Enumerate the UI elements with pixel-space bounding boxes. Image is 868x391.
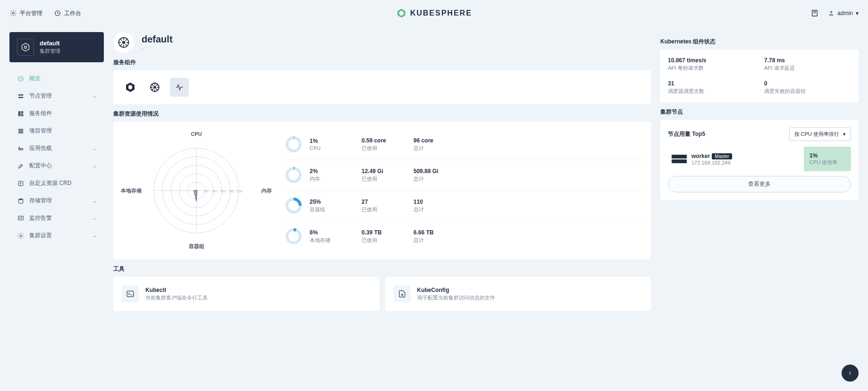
donut-icon [285,197,302,214]
k8s-status-card: 10.867 times/sAPI 每秒请求数7.78 msAPI 请求延迟31… [660,50,859,102]
user-menu[interactable]: admin ▾ [828,10,859,17]
k8s-stat-2: 31调度器调度次数 [668,80,755,95]
chevron-down-icon: ⌄ [93,163,96,168]
platform-manage-link[interactable]: 平台管理 [9,9,42,17]
radar-axis-memory: 内存 [261,187,272,194]
k8s-val: 0 [764,80,851,87]
kubernetes-component-icon[interactable] [145,78,164,97]
monitoring-component-icon[interactable] [170,78,189,97]
metric-used-lbl: 已使用 [362,237,413,244]
k8s-val: 31 [668,80,755,87]
sidebar-item-0[interactable]: 概览 [9,70,104,87]
k8s-lbl: API 每秒请求数 [668,65,755,72]
tool-title: KubeConfig [417,287,495,293]
svg-text:40: 40 [212,189,217,193]
sidebar-item-9[interactable]: 集群设置⌄ [9,227,104,244]
components-card [113,70,651,104]
metric-total-lbl: 总计 [413,206,640,213]
donut-icon [285,136,302,153]
svg-point-0 [12,12,14,14]
svg-rect-10 [21,114,24,116]
sidebar-item-4[interactable]: 应用负载⌄ [9,140,104,157]
svg-point-19 [123,42,125,44]
radar-chart: CPU 内存 容器组 本地存储 20 40 60 80 100 [121,129,272,252]
project-icon [17,127,25,135]
svg-point-35 [287,138,300,151]
kubesphere-component-icon[interactable] [121,78,140,97]
platform-manage-label: 平台管理 [20,9,42,17]
chevron-down-icon: ▾ [843,131,846,137]
k8s-stat-3: 0调度失败的容器组 [764,80,851,95]
svg-text:60: 60 [221,189,225,193]
workbench-link[interactable]: 工作台 [54,9,81,17]
section-usage-title: 集群资源使用情况 [113,110,651,118]
chevron-down-icon: ⌄ [93,216,96,221]
sidebar-item-6[interactable]: 自定义资源 CRD [9,175,104,192]
sidebar-item-label: 存储管理 [29,197,52,205]
k8s-lbl: 调度失败的容器组 [764,88,851,95]
svg-text:20: 20 [204,189,208,193]
metric-total: 6.66 TB [413,229,640,236]
node-row-0[interactable]: workerMaster172.169.102.2491%CPU 使用率 [668,147,851,171]
chevron-down-icon: ⌄ [93,198,96,203]
chevron-down-icon: ⌄ [93,233,96,238]
brand: KUBESPHERE [396,8,472,18]
sidebar-item-label: 服务组件 [29,109,52,117]
section-components-title: 服务组件 [113,58,651,67]
sidebar-item-5[interactable]: 配置中心⌄ [9,157,104,175]
node-name: worker [691,153,710,159]
tool-card-kubeconfig[interactable]: KubeConfig用于配置当前集群访问信息的文件 [385,277,651,311]
sidebar-header-text: default 集群管理 [40,40,60,55]
metric-pct: 1% [310,138,362,144]
section-tools-title: 工具 [113,265,651,273]
node-list: workerMaster172.169.102.2491%CPU 使用率 [668,147,851,171]
svg-text:80: 80 [229,189,234,193]
view-more-button[interactable]: 查看更多 [668,176,851,192]
usage-card: CPU 内存 容器组 本地存储 20 40 60 80 100 [113,122,651,259]
components-icon [17,110,25,117]
node-icon [17,92,25,100]
metric-total-lbl: 总计 [413,145,640,152]
svg-rect-43 [127,291,134,297]
tool-card-kubectl[interactable]: Kubectl当前集群客户端命令行工具 [113,277,379,311]
sidebar-item-label: 配置中心 [29,162,52,170]
sidebar-item-label: 应用负载 [29,144,52,152]
sidebar-item-1[interactable]: 节点管理⌄ [9,87,104,105]
left-column: default - 服务组件 集群资源使用情况 CPU 内存 容器组 本地存储 [113,32,651,311]
header-left: 平台管理 工作台 [9,9,81,17]
master-badge: Master [712,153,732,159]
sidebar-item-7[interactable]: 存储管理⌄ [9,192,104,209]
metric-total: 509.88 Gi [413,168,640,175]
sidebar-item-label: 节点管理 [29,92,52,100]
metric-used: 0.59 core [362,137,413,144]
gear-icon [9,9,17,17]
sidebar-header[interactable]: default 集群管理 [9,32,104,62]
nodes-sort-dropdown[interactable]: 按 CPU 使用率排行 ▾ [789,127,851,141]
svg-point-4 [25,46,27,49]
sidebar-item-8[interactable]: 监控告警⌄ [9,209,104,227]
page-title-block: default - [113,32,651,53]
docs-icon[interactable] [811,9,818,17]
node-ip: 172.169.102.249 [691,160,732,166]
node-pct: 1% [809,152,845,159]
cluster-icon [17,39,34,56]
k8s-stat-1: 7.78 msAPI 请求延迟 [764,57,851,72]
svg-rect-9 [21,111,24,113]
sidebar-item-2[interactable]: 服务组件 [9,105,104,122]
page-title: default [142,34,173,45]
tool-desc: 用于配置当前集群访问信息的文件 [417,294,495,301]
metric-row-CPU: 1%CPU0.59 core已使用96 core总计 [281,129,643,160]
page-title-text-wrap: default - [142,34,173,51]
overview-icon [17,75,25,83]
metric-used-lbl: 已使用 [362,206,413,213]
metric-total: 96 core [413,137,640,144]
sidebar-item-label: 监控告警 [29,214,52,222]
chevron-down-icon: ⌄ [93,146,96,151]
metric-used-lbl: 已使用 [362,175,413,183]
k8s-lbl: API 请求延迟 [764,65,851,72]
main: default - 服务组件 集群资源使用情况 CPU 内存 容器组 本地存储 [104,32,859,311]
metric-used: 0.39 TB [362,229,413,236]
metric-pct: 25% [310,199,362,205]
k8s-lbl: 调度器调度次数 [668,88,755,95]
sidebar-item-3[interactable]: 项目管理 [9,122,104,140]
